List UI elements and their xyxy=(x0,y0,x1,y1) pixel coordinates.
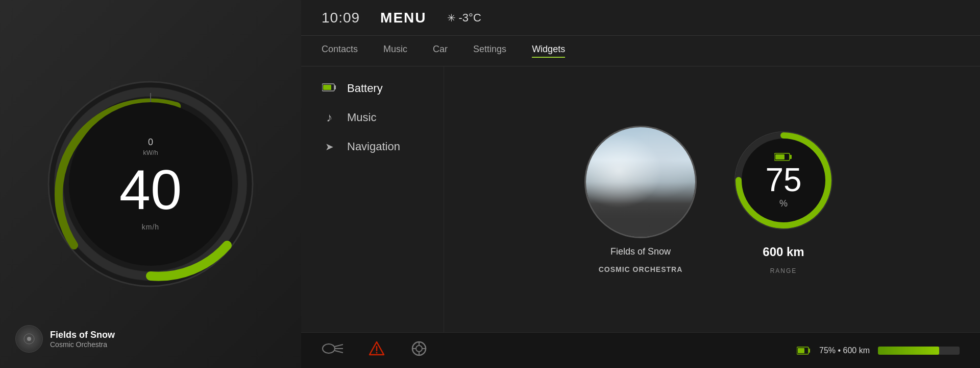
right-panel: 10:09 MENU ✳ -3°C Contacts Music Car Set… xyxy=(301,0,980,368)
menu-item-music[interactable]: ♪ Music xyxy=(322,110,423,125)
svg-rect-9 xyxy=(323,85,331,90)
tab-contacts[interactable]: Contacts xyxy=(322,44,358,58)
navigation-menu-icon: ➤ xyxy=(322,141,337,153)
battery-progress-bar xyxy=(878,347,960,355)
svg-point-24 xyxy=(416,346,422,352)
battery-bar-fill xyxy=(878,347,939,355)
clock: 10:09 xyxy=(322,10,360,26)
speedometer: 0 kW/h 40 km/h xyxy=(43,77,258,291)
music-track-name: Fields of Snow xyxy=(610,246,671,257)
music-artist-name: COSMIC ORCHESTRA xyxy=(599,265,683,273)
battery-menu-icon xyxy=(322,82,337,95)
artist-name: Cosmic Orchestra xyxy=(50,340,115,349)
track-name: Fields of Snow xyxy=(50,330,115,340)
headlights-icon[interactable] xyxy=(322,341,343,359)
snowflake-icon: ✳ xyxy=(447,12,456,24)
battery-small-icon xyxy=(774,152,793,162)
svg-line-19 xyxy=(335,351,343,353)
svg-rect-30 xyxy=(808,349,810,353)
main-content: Battery ♪ Music ➤ Navigation Fields of S… xyxy=(301,66,980,332)
battery-circle-inner: 75 % xyxy=(765,152,801,209)
battery-percent-sign: % xyxy=(779,198,788,209)
nav-tabs: Contacts Music Car Settings Widgets xyxy=(301,36,980,66)
bottom-status: 75% • 600 km xyxy=(797,346,960,355)
svg-point-5 xyxy=(27,337,31,341)
top-bar: 10:09 MENU ✳ -3°C xyxy=(301,0,980,36)
battery-circle: 75 % xyxy=(727,124,840,237)
widget-area: Fields of Snow COSMIC ORCHESTRA xyxy=(444,66,980,332)
battery-percent-value: 75 xyxy=(765,164,801,196)
now-playing-info: Fields of Snow Cosmic Orchestra xyxy=(50,330,115,349)
battery-status-text: 75% • 600 km xyxy=(819,346,870,355)
tab-widgets[interactable]: Widgets xyxy=(532,44,565,58)
temperature-display: ✳ -3°C xyxy=(447,11,481,25)
music-note-icon xyxy=(22,332,36,346)
battery-range-value: 600 km xyxy=(763,245,804,259)
temperature-value: -3°C xyxy=(459,11,481,25)
menu-navigation-label: Navigation xyxy=(347,140,400,153)
svg-point-16 xyxy=(323,344,335,353)
bottom-icons xyxy=(322,340,797,361)
menu-item-battery[interactable]: Battery xyxy=(322,82,423,95)
music-menu-icon: ♪ xyxy=(322,110,337,125)
svg-rect-14 xyxy=(790,155,792,159)
bottom-battery-icon xyxy=(797,347,811,355)
power-unit: kW/h xyxy=(119,149,182,156)
tire-pressure-icon[interactable] xyxy=(410,340,428,361)
now-playing-thumbnail xyxy=(15,325,43,353)
now-playing-bar: Fields of Snow Cosmic Orchestra xyxy=(15,325,115,353)
bottom-bar: 75% • 600 km xyxy=(301,332,980,368)
svg-line-17 xyxy=(335,344,343,347)
battery-range-label: RANGE xyxy=(770,267,797,274)
tab-car[interactable]: Car xyxy=(433,44,448,58)
warning-icon[interactable] xyxy=(369,340,385,360)
svg-rect-31 xyxy=(798,348,804,353)
power-value: 0 xyxy=(119,137,182,148)
album-arc xyxy=(584,185,697,238)
menu-battery-label: Battery xyxy=(347,82,383,95)
menu-item-navigation[interactable]: ➤ Navigation xyxy=(322,140,423,153)
svg-point-22 xyxy=(376,352,378,354)
menu-sidebar: Battery ♪ Music ➤ Navigation xyxy=(301,66,444,332)
speed-value: 40 xyxy=(119,162,182,218)
tab-music[interactable]: Music xyxy=(383,44,407,58)
left-panel: 0 kW/h 40 km/h Fields of Snow Cosmic Orc… xyxy=(0,0,301,368)
music-widget: Fields of Snow COSMIC ORCHESTRA xyxy=(584,126,697,273)
speed-unit: km/h xyxy=(119,223,182,231)
battery-widget: 75 % 600 km RANGE xyxy=(727,124,840,274)
svg-rect-8 xyxy=(334,85,336,89)
svg-rect-15 xyxy=(775,154,785,159)
speedometer-display: 0 kW/h 40 km/h xyxy=(119,137,182,231)
music-album-art xyxy=(584,126,697,238)
menu-label: MENU xyxy=(380,10,426,26)
menu-music-label: Music xyxy=(347,111,376,124)
tab-settings[interactable]: Settings xyxy=(473,44,506,58)
